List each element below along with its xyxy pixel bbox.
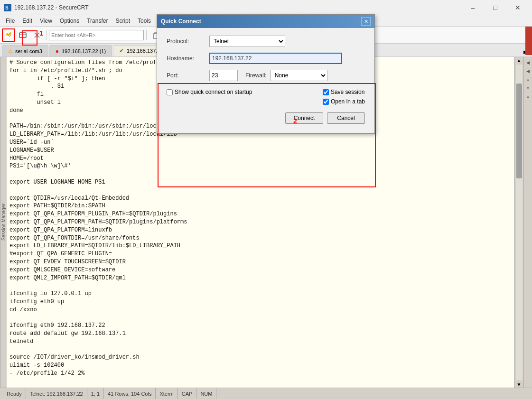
quick-connect-dialog: Quick Connect ✕ Protocol: Telnet SSH1 SS… (157, 14, 375, 134)
dialog-title-bar: Quick Connect ✕ (157, 15, 374, 28)
dialog-overlay: Quick Connect ✕ Protocol: Telnet SSH1 SS… (0, 0, 532, 399)
dialog-title-text: Quick Connect (161, 18, 361, 25)
hostname-row: Hostname: (167, 53, 365, 64)
protocol-label: Protocol: (167, 38, 209, 45)
port-input[interactable] (209, 70, 238, 81)
open-in-tab-row[interactable]: Open in a tab (323, 98, 365, 105)
annotation-label-2: 2 (293, 117, 297, 125)
dialog-options: Show quick connect on startup Save sessi… (167, 89, 365, 105)
hostname-label: Hostname: (167, 55, 209, 62)
dialog-footer: Connect Cancel (167, 109, 365, 126)
firewall-select[interactable]: None Socks4 Socks5 (271, 70, 327, 81)
open-in-tab-label: Open in a tab (331, 98, 365, 105)
connect-button[interactable]: Connect (285, 112, 323, 124)
show-on-startup-checkbox[interactable] (167, 89, 173, 95)
dialog-close-button[interactable]: ✕ (361, 17, 371, 26)
save-session-checkbox[interactable] (323, 89, 329, 95)
dialog-body: Protocol: Telnet SSH1 SSH2 Serial Hostna… (157, 28, 374, 133)
port-firewall-row: Port: Firewall: None Socks4 Socks5 (167, 70, 365, 81)
protocol-row: Protocol: Telnet SSH1 SSH2 Serial (167, 36, 365, 47)
hostname-input[interactable] (209, 53, 342, 64)
save-session-label: Save session (331, 89, 364, 95)
show-on-startup-row[interactable]: Show quick connect on startup (167, 89, 313, 95)
cancel-button[interactable]: Cancel (327, 112, 365, 124)
open-in-tab-checkbox[interactable] (323, 99, 329, 105)
port-label: Port: (167, 72, 209, 79)
protocol-select[interactable]: Telnet SSH1 SSH2 Serial (209, 36, 285, 47)
save-session-row[interactable]: Save session (323, 89, 365, 95)
annotation-label-1: 1 (39, 29, 43, 37)
firewall-label: Firewall: (245, 72, 267, 79)
show-on-startup-label: Show quick connect on startup (175, 89, 252, 95)
